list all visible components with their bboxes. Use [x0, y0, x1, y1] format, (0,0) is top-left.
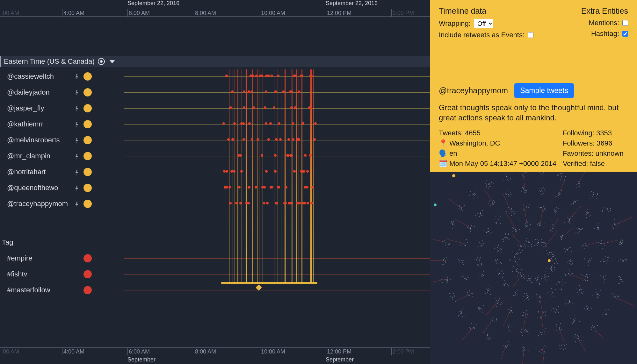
tag-track	[124, 258, 430, 259]
pin-icon[interactable]	[73, 184, 80, 191]
user-track	[124, 172, 430, 172]
user-bullet[interactable]	[83, 104, 92, 112]
stat-lang: 🗣️ en	[439, 149, 556, 158]
user-handle: @mr_clampin	[0, 152, 73, 160]
pin-icon[interactable]	[73, 73, 80, 80]
tag-bullet[interactable]	[83, 270, 92, 278]
user-bullet[interactable]	[83, 184, 92, 192]
tag-name: #masterfollow	[0, 286, 73, 294]
tag-name: #fishtv	[0, 270, 73, 278]
target-icon[interactable]	[98, 58, 105, 65]
tag-section-header: Tag	[2, 238, 13, 246]
stat-tweets: Tweets: 4655	[439, 129, 556, 137]
user-row[interactable]: @mr_clampin	[0, 148, 430, 164]
user-handle: @kathiemrr	[0, 120, 73, 128]
tick-label: 12:00 PM	[327, 10, 351, 17]
pin-icon[interactable]	[73, 168, 80, 175]
stat-followers: Followers: 3696	[563, 139, 628, 147]
user-row[interactable]: @jasper_fly	[0, 100, 430, 116]
tag-bullet[interactable]	[83, 286, 92, 294]
stat-location: 📍 Washington, DC	[439, 139, 556, 147]
axis-date-right: September 22, 2016	[326, 0, 378, 7]
tag-row[interactable]: #empire	[0, 250, 430, 266]
tick-label: 4:00 AM	[63, 348, 84, 355]
tick-label: 8:00 AM	[195, 10, 216, 17]
user-bullet[interactable]	[83, 88, 92, 96]
hashtag-label: Hashtag:	[591, 30, 619, 38]
tick-label: :00 AM	[1, 10, 19, 17]
axis-top: September 22, 2016 September 22, 2016 :0…	[0, 0, 430, 19]
tag-name: #empire	[0, 254, 73, 262]
pin-icon[interactable]	[73, 121, 80, 128]
user-handle: @traceyhappymom	[0, 200, 73, 208]
mentions-checkbox[interactable]	[622, 20, 628, 26]
profile-handle: @traceyhappymom	[439, 86, 508, 95]
user-handle: @jasper_fly	[0, 104, 73, 112]
tag-bullet[interactable]	[83, 254, 92, 262]
user-row[interactable]: @daileyjadon	[0, 84, 430, 100]
extra-entities-heading: Extra Entities	[581, 6, 628, 16]
user-bullet[interactable]	[83, 72, 92, 81]
mentions-label: Mentions:	[589, 19, 619, 27]
pin-icon[interactable]	[73, 137, 80, 144]
axis-date-left: September 22, 2016	[127, 0, 179, 7]
user-track	[124, 156, 430, 156]
user-track	[124, 204, 430, 204]
user-track	[124, 92, 430, 93]
profile-bio: Great thoughts speak only to the thought…	[439, 103, 628, 123]
user-handle: @queenofthewo	[0, 184, 73, 192]
sample-tweets-button[interactable]: Sample tweets	[514, 83, 574, 98]
stat-favorites: Favorites: unknown	[563, 149, 628, 158]
wrapping-select[interactable]: OffOn	[474, 19, 493, 28]
user-row[interactable]: @queenofthewo	[0, 180, 430, 196]
timeline-pane[interactable]: September 22, 2016 September 22, 2016 :0…	[0, 0, 430, 364]
chevron-down-icon[interactable]	[109, 60, 115, 63]
pin-icon[interactable]	[73, 89, 80, 96]
user-track	[124, 76, 430, 77]
profile-panel: @traceyhappymom Sample tweets Great thou…	[439, 83, 628, 172]
user-bullet[interactable]	[83, 136, 92, 144]
pin-icon[interactable]	[73, 153, 80, 160]
timezone-row[interactable]: Eastern Time (US & Canada)	[0, 56, 430, 67]
tick-label: 2:00 PM	[393, 10, 414, 17]
axis-date-right-bottom: September 22, 2016	[326, 356, 354, 364]
sidebar: Timeline data Wrapping: OffOn Include re…	[430, 0, 637, 364]
tick-label: 10:00 AM	[261, 348, 285, 355]
network-graph-thumbnail[interactable]	[430, 172, 637, 364]
hashtag-checkbox[interactable]	[622, 31, 628, 37]
retweets-checkbox[interactable]	[528, 32, 533, 38]
user-track	[124, 188, 430, 188]
user-row[interactable]: @traceyhappymom	[0, 196, 430, 212]
tick-label: 8:00 AM	[195, 348, 216, 355]
user-bullet[interactable]	[83, 168, 92, 176]
tag-track	[124, 290, 430, 290]
user-bullet[interactable]	[83, 200, 92, 208]
tick-label: 4:00 AM	[63, 10, 84, 17]
tag-rows: #empire#fishtv#masterfollow	[0, 250, 430, 298]
user-row[interactable]: @cassieweltch	[0, 68, 430, 84]
pin-icon[interactable]	[73, 105, 80, 112]
axis-bottom: :00 AM4:00 AM6:00 AM8:00 AM10:00 AM12:00…	[0, 345, 430, 364]
tick-label: 10:00 AM	[261, 10, 285, 17]
tag-row[interactable]: #masterfollow	[0, 282, 430, 298]
user-handle: @notritahart	[0, 168, 73, 176]
tick-label: :00 AM	[1, 348, 19, 355]
tag-row[interactable]: #fishtv	[0, 266, 430, 282]
user-bullet[interactable]	[83, 120, 92, 128]
stat-created: 🗓️ Mon May 05 14:13:47 +0000 2014	[439, 160, 556, 168]
tick-label: 12:00 PM	[327, 348, 351, 355]
user-bullet[interactable]	[83, 152, 92, 160]
axis-date-left-bottom: September 22, 2016	[127, 356, 156, 364]
user-row[interactable]: @melvinsroberts	[0, 132, 430, 148]
user-handle: @daileyjadon	[0, 88, 73, 96]
user-handle: @melvinsroberts	[0, 136, 73, 144]
tick-label: 6:00 AM	[129, 10, 150, 17]
timezone-label: Eastern Time (US & Canada)	[4, 57, 95, 66]
user-track	[124, 124, 430, 125]
user-rows: @cassieweltch@daileyjadon@jasper_fly@kat…	[0, 68, 430, 212]
pin-icon[interactable]	[73, 200, 80, 207]
user-row[interactable]: @notritahart	[0, 164, 430, 180]
stat-following: Following: 3353	[563, 129, 628, 137]
user-row[interactable]: @kathiemrr	[0, 116, 430, 132]
retweets-label: Include retweets as Events:	[439, 31, 525, 39]
